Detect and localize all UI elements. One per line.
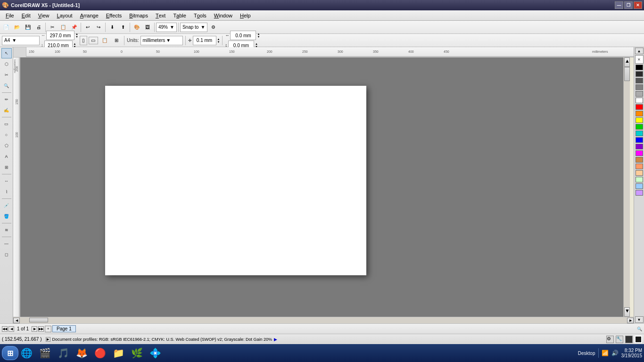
h-scroll-track[interactable] — [20, 318, 627, 323]
zoom-dropdown[interactable]: 49% ▼ — [156, 23, 177, 32]
page-tab[interactable]: Page 1 — [52, 325, 76, 332]
outline-tool[interactable]: — — [1, 239, 12, 249]
color-orange[interactable] — [636, 111, 643, 116]
color-lightgreen[interactable] — [636, 177, 643, 182]
palette-scroll-up[interactable]: ▲ — [635, 48, 644, 54]
zoom-out-btn[interactable]: 🔍 — [637, 327, 642, 331]
zoom-tool[interactable]: 🔍 — [1, 81, 12, 91]
v-scroll-down[interactable]: ▼ — [624, 307, 630, 317]
taskbar-explorer[interactable]: 📁 — [112, 346, 129, 360]
color-darkgray2[interactable] — [636, 78, 643, 83]
color-cyan[interactable] — [636, 131, 643, 136]
new-button[interactable]: 📄 — [1, 22, 11, 33]
page-options-btn[interactable]: 📋 — [99, 35, 110, 46]
menu-file[interactable]: File — [2, 10, 18, 21]
menu-layout[interactable]: Layout — [53, 10, 76, 21]
x-input[interactable] — [230, 31, 256, 40]
parallel-dim-tool[interactable]: ↔ — [1, 176, 12, 186]
landscape-btn[interactable]: ▭ — [89, 37, 98, 44]
taskbar-chrome[interactable]: 🔴 — [93, 346, 110, 360]
taskbar-app1[interactable]: 🌿 — [130, 346, 147, 360]
paper-size-dropdown[interactable]: A4 ▼ — [2, 36, 40, 45]
units-dropdown[interactable]: millimeters ▼ — [140, 36, 183, 45]
restore-button[interactable]: ❐ — [624, 1, 633, 9]
taskbar-filmora[interactable]: 🎬 — [38, 346, 55, 360]
menu-table[interactable]: Table — [169, 10, 190, 21]
page-nav-end[interactable]: ▶▶ — [38, 326, 44, 332]
menu-help[interactable]: Help — [236, 10, 255, 21]
no-color-swatch[interactable] — [635, 55, 644, 64]
color-yellow[interactable] — [636, 117, 643, 123]
color-violet[interactable] — [636, 144, 643, 149]
save-button[interactable]: 💾 — [23, 22, 33, 33]
color-gray[interactable] — [636, 84, 643, 90]
color-magenta[interactable] — [636, 150, 643, 156]
width-down[interactable]: ▼ — [75, 35, 78, 38]
status-arrow[interactable]: ▶ — [46, 337, 50, 342]
color-lightgray[interactable] — [636, 91, 643, 97]
import-button[interactable]: ⬇ — [107, 22, 117, 33]
portrait-btn[interactable]: ▯ — [80, 36, 87, 45]
v-scroll-thumb[interactable] — [624, 67, 630, 81]
freehand-tool[interactable]: ✏ — [1, 94, 12, 105]
taskbar-firefox[interactable]: 🦊 — [75, 346, 92, 360]
menu-view[interactable]: View — [34, 10, 53, 21]
h-scroll-thumb[interactable] — [29, 318, 48, 322]
desktop-label[interactable]: Desktop — [578, 351, 595, 356]
color-skin[interactable] — [636, 170, 643, 176]
status-icon1[interactable]: ⚙ — [606, 336, 614, 343]
fill-tool[interactable]: 🪣 — [1, 211, 12, 222]
canvas-content[interactable] — [20, 58, 623, 317]
h-scroll-right[interactable]: ▶ — [627, 318, 634, 323]
color-btn[interactable]: 🎨 — [132, 22, 142, 33]
color-brown[interactable] — [636, 157, 643, 163]
smart-draw-tool[interactable]: ✍ — [1, 105, 12, 115]
minimize-button[interactable]: — — [615, 1, 623, 9]
crop-tool[interactable]: ✂ — [1, 70, 12, 80]
h-scrollbar[interactable]: ◀ ▶ — [13, 317, 634, 323]
eraser-tool[interactable]: ◻ — [1, 249, 12, 260]
add-page-btn[interactable]: + — [45, 326, 51, 332]
color-lightblue[interactable] — [636, 183, 643, 189]
color-profile-link[interactable]: ▶ — [274, 337, 277, 342]
palette-scroll-down[interactable]: ▼ — [635, 316, 644, 323]
menu-tools[interactable]: Tools — [190, 10, 210, 21]
width-input[interactable] — [46, 31, 74, 40]
select-tool[interactable]: ↖ — [1, 48, 12, 58]
redo-button[interactable]: ↪ — [93, 22, 104, 33]
color-green[interactable] — [636, 124, 643, 130]
connector-tool[interactable]: ⌇ — [1, 187, 12, 197]
h-scroll-left[interactable]: ◀ — [13, 318, 20, 323]
color-peach[interactable] — [636, 164, 643, 169]
taskbar-audacity[interactable]: 🎵 — [57, 346, 74, 360]
v-scroll-up[interactable]: ▲ — [624, 58, 630, 67]
close-button[interactable]: ✕ — [634, 1, 642, 9]
v-scrollbar[interactable]: ▲ ▼ — [623, 58, 630, 317]
shape-tool[interactable]: ⬡ — [1, 59, 12, 69]
blend-tool[interactable]: ≋ — [1, 225, 12, 235]
open-button[interactable]: 📂 — [12, 22, 22, 33]
nudge-down[interactable]: ▼ — [217, 41, 220, 43]
nudge-input[interactable] — [193, 36, 216, 45]
color-darkgray1[interactable] — [636, 71, 643, 77]
page-nav-next[interactable]: ▶ — [32, 326, 37, 332]
snap-to-dropdown[interactable]: Snap to ▼ — [180, 23, 207, 32]
menu-effects[interactable]: Effects — [102, 10, 125, 21]
rectangle-tool[interactable]: ▭ — [1, 119, 12, 129]
menu-arrange[interactable]: Arrange — [76, 10, 102, 21]
menu-bitmaps[interactable]: Bitmaps — [125, 10, 152, 21]
eyedropper-tool[interactable]: 💉 — [1, 200, 12, 211]
menu-window[interactable]: Window — [210, 10, 236, 21]
color-white[interactable] — [636, 98, 643, 103]
color-lavender[interactable] — [636, 190, 643, 196]
color-red[interactable] — [636, 104, 643, 110]
undo-button[interactable]: ↩ — [83, 22, 93, 33]
page-nav-prev[interactable]: ◀ — [8, 326, 14, 332]
menu-text[interactable]: Text — [152, 10, 169, 21]
text-tool[interactable]: A — [1, 151, 12, 162]
table-tool[interactable]: ⊞ — [1, 162, 12, 173]
start-button[interactable]: ⊞ — [2, 346, 18, 360]
page-layout-btn[interactable]: ⊞ — [111, 35, 122, 46]
x-down[interactable]: ▼ — [257, 35, 260, 38]
view-btn[interactable]: 🖼 — [142, 22, 153, 33]
